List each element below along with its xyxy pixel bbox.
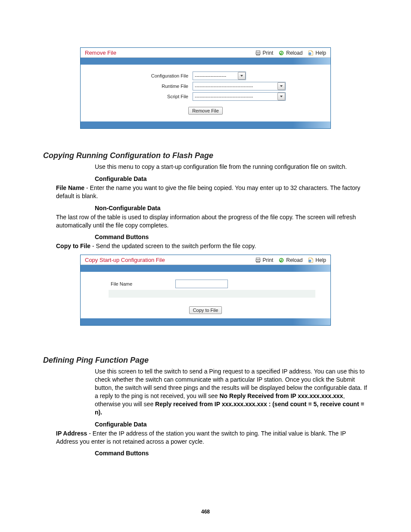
page-number: 468 <box>0 509 411 515</box>
panel-body: File Name Copy to File <box>81 272 330 318</box>
section-heading: Defining Ping Function Page <box>43 356 368 365</box>
blue-bar <box>81 265 330 272</box>
copy-to-file-button[interactable]: Copy to File <box>189 306 222 314</box>
sub-heading: Configurable Data <box>95 421 368 428</box>
panel-actions: Print Reload ? Help <box>255 257 326 263</box>
paragraph: File Name - Enter the name you want to g… <box>56 184 368 200</box>
remove-file-button[interactable]: Remove File <box>188 107 223 115</box>
reload-button[interactable]: Reload <box>278 50 302 56</box>
help-label: Help <box>315 257 326 263</box>
file-name-desc: - Enter the name you want to give the fi… <box>56 184 360 199</box>
section-intro: Use this menu to copy a start-up configu… <box>95 163 368 171</box>
blue-bar <box>81 318 330 325</box>
svg-text:?: ? <box>309 53 311 55</box>
panel-body: Configuration File -------------------- … <box>81 65 330 121</box>
runtime-file-value: ------------------------------------- <box>195 84 277 89</box>
runtime-file-row: Runtime File ---------------------------… <box>85 82 326 90</box>
paragraph: Copy to File - Send the updated screen t… <box>56 242 368 250</box>
ip-address-term: IP Address <box>56 430 87 437</box>
config-file-value: -------------------- <box>195 73 237 78</box>
sub-heading: Command Buttons <box>95 450 368 457</box>
status-row <box>109 290 315 298</box>
panel-header: Copy Start-up Configuration File Print R… <box>81 255 330 265</box>
help-icon: ? <box>308 50 314 56</box>
sub-heading: Command Buttons <box>95 233 368 240</box>
panel-actions: Print Reload ? Help <box>255 50 326 56</box>
script-file-value: ------------------------------------- <box>195 94 277 99</box>
panel-title: Remove File <box>85 50 116 56</box>
reload-button[interactable]: Reload <box>278 257 302 263</box>
intro-bold-noreply: No Reply Received from IP xxx.xxx.xxx.xx… <box>220 392 343 399</box>
chevron-down-icon <box>277 93 285 100</box>
help-label: Help <box>315 50 326 56</box>
panel-title: Copy Start-up Configuration File <box>85 257 165 263</box>
file-name-row: File Name <box>85 278 326 290</box>
blue-bar <box>81 121 330 128</box>
copy-to-file-desc: - Send the updated screen to the switch … <box>90 243 256 249</box>
help-button[interactable]: ? Help <box>308 50 326 56</box>
blue-bar <box>81 58 330 65</box>
file-name-label: File Name <box>111 281 175 286</box>
help-icon: ? <box>308 257 314 263</box>
print-label: Print <box>263 50 274 56</box>
sub-heading: Non-Configurable Data <box>95 205 368 212</box>
reload-icon <box>278 50 284 56</box>
runtime-file-dropdown[interactable]: ------------------------------------- <box>193 82 286 90</box>
help-button[interactable]: ? Help <box>308 257 326 263</box>
button-row: Remove File <box>85 107 326 115</box>
config-file-dropdown[interactable]: -------------------- <box>193 72 246 80</box>
reload-label: Reload <box>286 257 302 263</box>
svg-rect-6 <box>256 258 260 260</box>
print-label: Print <box>263 257 274 263</box>
printer-icon <box>255 257 261 263</box>
ip-address-desc: - Enter the IP address of the station yo… <box>56 430 346 445</box>
sub-heading: Configurable Data <box>95 175 368 182</box>
file-name-term: File Name <box>56 184 84 191</box>
section-intro: Use this screen to tell the switch to se… <box>95 367 368 416</box>
paragraph: IP Address - Enter the IP address of the… <box>56 429 368 446</box>
svg-rect-0 <box>256 50 260 52</box>
reload-icon <box>278 257 284 263</box>
button-row: Copy to File <box>85 306 326 314</box>
section-heading: Copying Running Configuration to Flash P… <box>43 151 368 160</box>
printer-icon <box>255 50 261 56</box>
runtime-file-label: Runtime File <box>85 84 193 89</box>
reload-label: Reload <box>286 50 302 56</box>
panel-header: Remove File Print Reload ? Help <box>81 48 330 58</box>
file-name-input[interactable] <box>175 280 228 288</box>
config-file-label: Configuration File <box>85 73 193 78</box>
print-button[interactable]: Print <box>255 257 274 263</box>
paragraph: The last row of the table is used to dis… <box>56 213 368 230</box>
chevron-down-icon <box>277 82 285 90</box>
svg-text:?: ? <box>309 260 311 262</box>
print-button[interactable]: Print <box>255 50 274 56</box>
script-file-label: Script File <box>85 94 193 99</box>
remove-file-panel: Remove File Print Reload ? Help Configur <box>80 47 331 129</box>
config-file-row: Configuration File -------------------- <box>85 72 326 80</box>
copy-to-file-term: Copy to File <box>56 243 90 249</box>
copy-startup-panel: Copy Start-up Configuration File Print R… <box>80 255 331 326</box>
script-file-dropdown[interactable]: ------------------------------------- <box>193 92 286 101</box>
script-file-row: Script File ----------------------------… <box>85 92 326 101</box>
chevron-down-icon <box>238 72 246 80</box>
